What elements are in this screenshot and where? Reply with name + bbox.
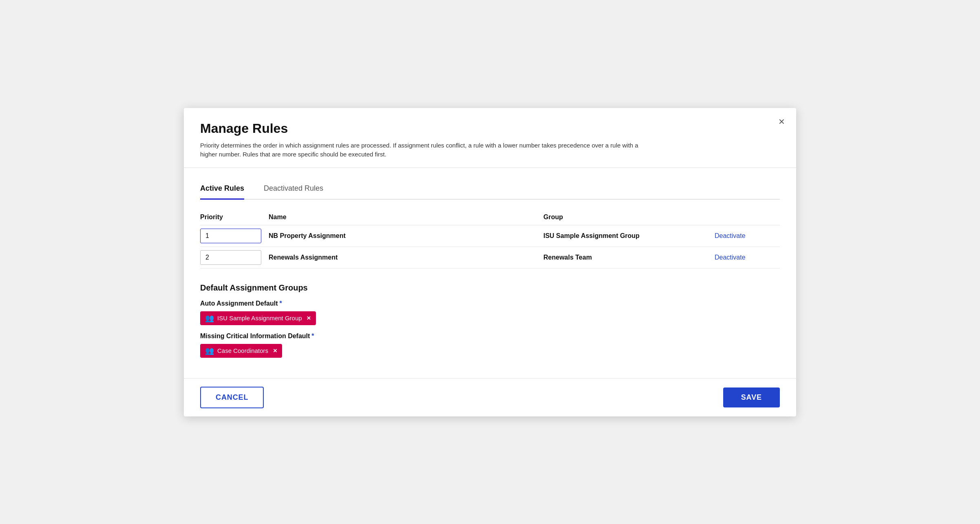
action-cell-2: Deactivate <box>715 254 780 261</box>
modal-footer: CANCEL SAVE <box>184 378 796 416</box>
col-header-priority: Priority <box>200 214 269 221</box>
auto-assignment-tag-text: ISU Sample Assignment Group <box>217 315 302 321</box>
col-header-name: Name <box>269 214 543 221</box>
missing-critical-tag-close[interactable]: × <box>273 347 277 355</box>
missing-critical-field: Missing Critical Information Default* 👥 … <box>200 332 780 365</box>
deactivate-button-2[interactable]: Deactivate <box>715 254 746 261</box>
group-cell-2: Renewals Team <box>543 254 715 261</box>
priority-input-1[interactable] <box>200 229 261 243</box>
priority-cell-1 <box>200 229 269 243</box>
name-cell-1: NB Property Assignment <box>269 232 543 240</box>
modal-title: Manage Rules <box>200 121 780 136</box>
tab-active-rules[interactable]: Active Rules <box>200 178 244 200</box>
table-row: NB Property Assignment ISU Sample Assign… <box>200 225 780 247</box>
table-row: Renewals Assignment Renewals Team Deacti… <box>200 247 780 269</box>
group-icon-missing: 👥 <box>205 346 214 355</box>
rules-table: Priority Name Group NB Property Assignme… <box>200 209 780 269</box>
modal-header: Manage Rules Priority determines the ord… <box>184 108 796 168</box>
missing-critical-label: Missing Critical Information Default* <box>200 332 780 340</box>
missing-critical-tag: 👥 Case Coordinators × <box>200 344 282 358</box>
missing-critical-required: * <box>311 332 314 339</box>
priority-input-2[interactable] <box>200 250 261 265</box>
name-cell-2: Renewals Assignment <box>269 254 543 261</box>
tab-deactivated-rules[interactable]: Deactivated Rules <box>264 178 323 200</box>
auto-assignment-required: * <box>280 300 282 307</box>
close-button[interactable]: × <box>779 116 785 127</box>
save-button[interactable]: SAVE <box>723 387 780 407</box>
col-header-group: Group <box>543 214 715 221</box>
cancel-button[interactable]: CANCEL <box>200 387 264 408</box>
auto-assignment-tag-close[interactable]: × <box>307 314 311 322</box>
missing-critical-tag-text: Case Coordinators <box>217 347 268 354</box>
auto-assignment-tag: 👥 ISU Sample Assignment Group × <box>200 311 316 325</box>
deactivate-button-1[interactable]: Deactivate <box>715 232 746 240</box>
group-icon-auto: 👥 <box>205 314 214 323</box>
default-groups-heading: Default Assignment Groups <box>200 283 780 293</box>
priority-cell-2 <box>200 250 269 265</box>
modal-body: Active Rules Deactivated Rules Priority … <box>184 168 796 378</box>
table-header-row: Priority Name Group <box>200 209 780 225</box>
default-assignment-groups: Default Assignment Groups Auto Assignmen… <box>200 283 780 365</box>
auto-assignment-label: Auto Assignment Default* <box>200 300 780 307</box>
group-cell-1: ISU Sample Assignment Group <box>543 232 715 240</box>
tabs-container: Active Rules Deactivated Rules <box>200 178 780 200</box>
manage-rules-modal: Manage Rules Priority determines the ord… <box>184 108 796 416</box>
modal-description: Priority determines the order in which a… <box>200 141 649 159</box>
auto-assignment-field: Auto Assignment Default* 👥 ISU Sample As… <box>200 300 780 332</box>
action-cell-1: Deactivate <box>715 232 780 240</box>
